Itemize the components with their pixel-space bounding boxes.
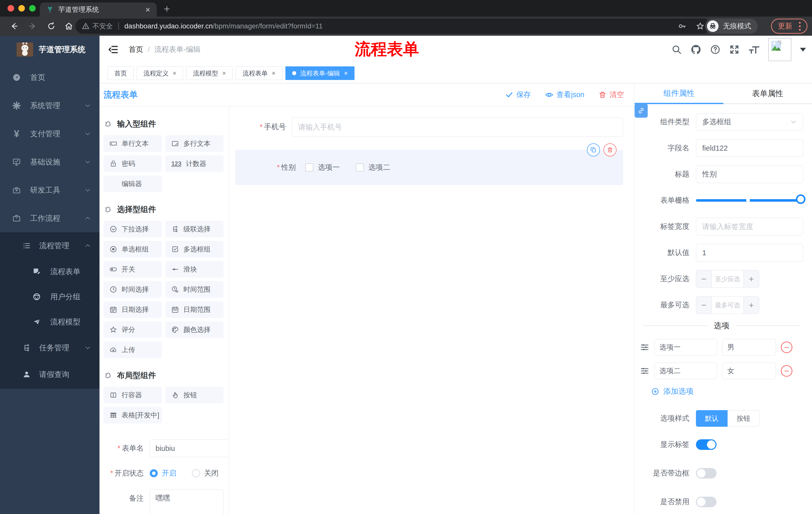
url-bar[interactable]: 不安全 dashboard.yudao.iocoder.cn/bpm/manag… <box>76 19 711 34</box>
component-date-range[interactable]: 日期范围 <box>165 301 224 318</box>
gender-opt1-checkbox[interactable] <box>305 163 313 171</box>
forward-icon[interactable] <box>28 22 37 31</box>
form-name-input[interactable] <box>150 439 229 457</box>
form-remark-textarea[interactable]: 嘿嘿 <box>150 489 224 514</box>
option-name-input[interactable] <box>654 362 717 379</box>
status-on-radio[interactable] <box>150 469 158 477</box>
bookmark-star-icon[interactable] <box>696 22 704 30</box>
component-type-select[interactable]: 多选框组 <box>696 113 803 131</box>
component-select[interactable]: 下拉选择 <box>104 221 162 237</box>
close-window-button[interactable] <box>7 5 14 11</box>
canvas-phone-field[interactable]: *手机号 <box>235 117 623 137</box>
tab-component-props[interactable]: 组件属性 <box>635 83 723 104</box>
breadcrumb-home[interactable]: 首页 <box>128 45 143 55</box>
sidebar-item-leave-query[interactable]: 请假查询 <box>0 361 99 388</box>
style-button-button[interactable]: 按钮 <box>728 410 759 427</box>
form-grid-slider[interactable] <box>696 199 801 202</box>
component-rate[interactable]: 评分 <box>104 321 162 338</box>
minus-button[interactable]: − <box>696 270 712 288</box>
drag-handle-icon[interactable] <box>640 367 649 375</box>
component-time-range[interactable]: 时间范围 <box>165 281 224 298</box>
border-switch[interactable] <box>696 468 717 479</box>
tab-close-icon[interactable]: × <box>173 70 176 77</box>
tab-close-icon[interactable]: × <box>222 70 226 77</box>
component-slider[interactable]: 滑块 <box>165 261 224 278</box>
option-name-input[interactable] <box>654 339 717 356</box>
window-controls[interactable] <box>7 5 36 11</box>
tab-close-icon[interactable]: × <box>271 70 276 77</box>
min-select-stepper[interactable]: − 至少应选 + <box>696 270 759 288</box>
sidebar-item-system[interactable]: 系统管理 <box>0 91 99 120</box>
default-value-input[interactable] <box>696 244 803 262</box>
status-on-label[interactable]: 开启 <box>162 468 176 478</box>
form-canvas[interactable]: *手机号 *性别 <box>229 107 634 514</box>
help-icon[interactable] <box>710 44 721 55</box>
max-select-stepper[interactable]: − 最多可选 + <box>696 296 759 314</box>
disabled-switch[interactable] <box>696 497 717 507</box>
option-value-input[interactable] <box>722 362 776 379</box>
component-counter[interactable]: 123 计数器 <box>165 155 224 172</box>
tab-close-icon[interactable]: × <box>344 70 348 77</box>
remove-option-button[interactable]: − <box>781 365 792 377</box>
sidebar-item-devtools[interactable]: 研发工具 <box>0 176 99 204</box>
component-table[interactable]: 表格[开发中] <box>104 407 162 424</box>
fullscreen-icon[interactable] <box>729 44 740 55</box>
browser-menu-icon[interactable] <box>799 22 801 31</box>
gender-opt2-label[interactable]: 选项二 <box>368 162 390 172</box>
option-value-input[interactable] <box>722 339 776 356</box>
new-tab-button[interactable]: + <box>164 3 170 15</box>
delete-widget-button[interactable] <box>604 143 616 156</box>
component-button[interactable]: 按钮 <box>165 387 224 403</box>
plus-button[interactable]: + <box>744 296 759 314</box>
browser-update-button[interactable]: 更新 <box>771 19 808 34</box>
route-tab-process-model[interactable]: 流程模型× <box>186 66 233 80</box>
avatar-caret-icon[interactable] <box>800 48 806 52</box>
sidebar-item-workflow[interactable]: 工作流程 <box>0 204 99 232</box>
gender-opt1-label[interactable]: 选项一 <box>318 162 340 172</box>
sidebar-item-task-mgmt[interactable]: 任务管理 <box>0 334 99 361</box>
component-multi-text[interactable]: 多行文本 <box>165 135 224 152</box>
tab-form-props[interactable]: 表单属性 <box>723 83 812 104</box>
route-tab-process-form[interactable]: 流程表单× <box>236 66 282 80</box>
title-input[interactable] <box>696 165 803 183</box>
reload-icon[interactable] <box>47 22 56 31</box>
add-option-button[interactable]: 添加选项 <box>651 386 803 397</box>
component-radio-group[interactable]: 单选框组 <box>104 241 162 258</box>
component-checkbox-group[interactable]: 多选框组 <box>165 241 224 258</box>
github-icon[interactable] <box>690 44 701 55</box>
slider-knob[interactable] <box>796 194 806 204</box>
status-off-label[interactable]: 关闭 <box>204 468 219 478</box>
sidebar-item-infra[interactable]: 基础设施 <box>0 148 99 176</box>
label-width-input[interactable] <box>696 218 803 235</box>
avatar[interactable] <box>768 38 791 61</box>
component-password[interactable]: 密码 <box>104 155 162 172</box>
font-size-icon[interactable] <box>748 44 760 55</box>
home-icon[interactable] <box>64 22 74 31</box>
collapse-sidebar-icon[interactable] <box>108 44 119 55</box>
sidebar-item-home[interactable]: 首页 <box>0 63 99 91</box>
show-label-switch[interactable] <box>696 439 717 450</box>
copy-widget-button[interactable] <box>587 143 600 156</box>
component-cascader[interactable]: 级联选择 <box>165 221 224 237</box>
route-tab-process-form-edit[interactable]: 流程表单-编辑× <box>285 66 355 80</box>
save-button[interactable]: 保存 <box>505 90 531 100</box>
route-tab-process-def[interactable]: 流程定义× <box>137 66 183 80</box>
search-icon[interactable] <box>671 44 682 55</box>
data-binding-handle[interactable] <box>635 104 648 118</box>
maximize-window-button[interactable] <box>29 5 36 11</box>
option-style-segmented[interactable]: 默认 按钮 <box>696 410 759 427</box>
component-row-container[interactable]: 行容器 <box>104 387 162 403</box>
sidebar-item-payment[interactable]: ¥ 支付管理 <box>0 120 99 148</box>
sidebar-item-process-mgmt[interactable]: 流程管理 <box>0 232 99 259</box>
phone-input[interactable] <box>292 117 623 137</box>
field-name-input[interactable] <box>696 139 803 157</box>
component-date-picker[interactable]: 日期选择 <box>104 301 162 318</box>
component-single-text[interactable]: 单行文本 <box>104 135 162 152</box>
component-color-picker[interactable]: 颜色选择 <box>165 321 224 338</box>
view-json-button[interactable]: 查看json <box>545 90 584 100</box>
status-off-radio[interactable] <box>192 469 200 477</box>
component-switch[interactable]: 开关 <box>104 261 162 278</box>
component-editor[interactable]: 编辑器 <box>104 175 162 192</box>
remove-option-button[interactable]: − <box>781 342 792 353</box>
tab-close-icon[interactable]: × <box>145 5 150 14</box>
